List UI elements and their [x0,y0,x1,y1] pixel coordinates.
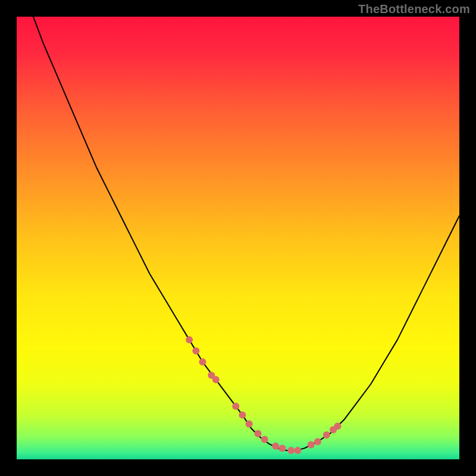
marker-dot [212,376,220,383]
marker-dot [199,358,206,365]
marker-dot [261,436,268,443]
marker-dot [246,420,253,427]
marker-dot [334,422,341,430]
chart-frame: TheBottleneck.com [0,0,476,476]
marker-dot [254,430,261,437]
bottleneck-chart [17,17,459,459]
watermark-text: TheBottleneck.com [358,2,470,16]
marker-dot [287,447,295,454]
marker-dot [278,444,286,452]
plot-area [17,17,459,459]
marker-dot [192,347,199,355]
gradient-background [17,17,459,459]
marker-dot [186,336,193,343]
marker-dot [323,431,330,439]
marker-dot [314,438,321,445]
marker-dot [239,412,246,419]
marker-dot [272,443,279,450]
marker-dot [308,441,315,448]
marker-dot [294,447,301,454]
marker-dot [232,403,239,410]
